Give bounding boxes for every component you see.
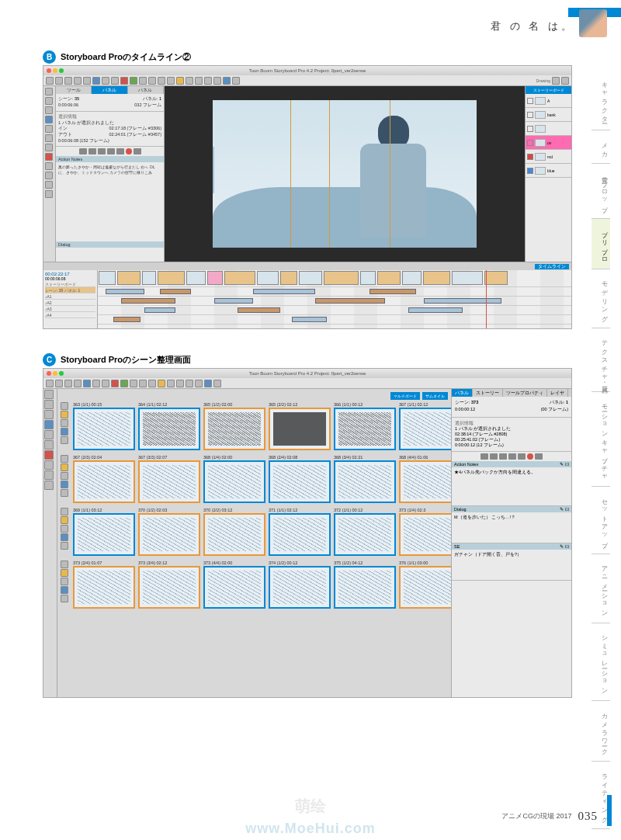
- action-notes[interactable]: 奥の舞ったさやか・周司は遠慮ながら行きだし 右へ OL に、さやか、ミッドタウン…: [56, 162, 164, 241]
- app-window-c: Toon Boom Storyboard Pro 4.2 Project: 0p…: [43, 368, 572, 698]
- storyboard-panel[interactable]: 367 (3/3) 02:07: [138, 455, 200, 503]
- storyboard-panel[interactable]: 370 (1/2) 02:03: [138, 508, 200, 556]
- storyboard-panel[interactable]: 367 (1/1) 02:12: [399, 402, 451, 450]
- dialog-text[interactable]: M（道を歩いた） こっち…!？: [452, 512, 571, 543]
- section-b-badge: B: [43, 50, 56, 64]
- main-toolbar[interactable]: Drawing: [43, 75, 571, 86]
- storyboard-panel[interactable]: 375 (1/2) 04:12: [334, 561, 396, 609]
- storyboard-panel[interactable]: 376 (1/1) 03:00: [399, 561, 451, 609]
- chapter-tab[interactable]: キャラクター: [592, 70, 610, 130]
- storyboard-panel[interactable]: 368 (1/4) 02:00: [203, 455, 265, 503]
- storyboard-panel[interactable]: 368 (4/4) 01:06: [399, 455, 451, 503]
- window-title: Toon Boom Storyboard Pro 4.2 Project: 0p…: [249, 68, 366, 73]
- watermark: www.MoeHui.com: [245, 821, 375, 837]
- chapter-tab[interactable]: セットアップ: [592, 487, 610, 554]
- chapter-tab[interactable]: メカ: [592, 130, 610, 164]
- storyboard-panel[interactable]: 372 (1/1) 00:12: [334, 508, 396, 556]
- titlebar-c: Toon Boom Storyboard Pro 4.2 Project: 0p…: [43, 369, 571, 378]
- traffic-lights[interactable]: [47, 68, 64, 73]
- storyboard-panel[interactable]: 365 (1/2) 02:00: [203, 402, 265, 450]
- action-notes-c[interactable]: ★4パネル先バックか方向を間違える。: [452, 467, 571, 506]
- storyboard-panel[interactable]: 374 (1/2) 00:12: [269, 561, 331, 609]
- tool-palette[interactable]: [43, 86, 56, 262]
- storyboard-panel[interactable]: 373 (1/4) 02:3: [399, 508, 451, 556]
- storyboard-panel[interactable]: 373 (2/4) 01:07: [73, 561, 135, 609]
- storyboard-panel[interactable]: 368 (3/4) 02:21: [334, 455, 396, 503]
- storyboard-panel[interactable]: 373 (4/4) 02:00: [203, 561, 265, 609]
- header-avatar-image: [579, 9, 607, 37]
- storyboard-track: [98, 270, 571, 287]
- chapter-tab[interactable]: カメラワーク: [592, 701, 610, 762]
- storyboard-panel[interactable]: 369 (1/1) 03:12: [73, 508, 135, 556]
- storyboard-panel[interactable]: 366 (1/1) 00:12: [334, 402, 396, 450]
- thumbnail-grid[interactable]: マルチボードサムネイル 363 (1/1) 00:15364 (1/1) 02:…: [57, 389, 451, 697]
- playback-controls-c[interactable]: [452, 452, 571, 461]
- chapter-tab[interactable]: アニメーション: [592, 554, 610, 623]
- chapter-tab[interactable]: テクスチャ・質感: [592, 328, 610, 392]
- layers-panel[interactable]: ストーリーボード A bank ov md blue: [525, 86, 571, 262]
- section-c-title: Storyboard Proのシーン整理画面: [61, 354, 191, 366]
- app-window-b: Toon Boom Storyboard Pro 4.2 Project: 0p…: [43, 65, 572, 329]
- storyboard-panel[interactable]: 368 (2/4) 02:08: [269, 455, 331, 503]
- properties-panel: パネルストーリーツールプロパティレイヤ シーン: 373パネル: 1 0:00:…: [451, 389, 571, 697]
- storyboard-panel[interactable]: 365 (2/2) 02:12: [269, 402, 331, 450]
- storyboard-panel[interactable]: 367 (2/3) 02:04: [73, 455, 135, 503]
- section-b-title: Storyboard Proのタイムライン②: [61, 51, 191, 63]
- chapter-tab[interactable]: シミュレーション: [592, 623, 610, 701]
- dialog-header: Dialog: [56, 241, 164, 248]
- chapter-tabs[interactable]: キャラクターメカ背景・プロッププリプロモデリングテクスチャ・質感モーションキャプ…: [592, 70, 610, 840]
- footer-accent: [607, 795, 612, 826]
- notes-header: Action Notes: [56, 156, 164, 162]
- page-header-title: 君 の 名 は。: [491, 19, 574, 33]
- titlebar: Toon Boom Storyboard Pro 4.2 Project: 0p…: [43, 66, 571, 75]
- storyboard-panel[interactable]: 364 (1/1) 02:12: [138, 402, 200, 450]
- canvas-viewport[interactable]: [165, 86, 525, 262]
- watermark-jp: 萌绘: [295, 796, 326, 817]
- se-text[interactable]: ガチャン（ドア開く音、戸を?）: [452, 550, 571, 581]
- section-c-header: C Storyboard Proのシーン整理画面: [43, 353, 191, 366]
- main-toolbar-c[interactable]: [43, 378, 571, 389]
- playback-controls[interactable]: [56, 147, 164, 156]
- playhead[interactable]: [486, 270, 487, 328]
- timeline-panel[interactable]: タイムライン 00:02:22:17 00:00:06:08 ストーリーボード …: [43, 262, 571, 328]
- traffic-lights-c[interactable]: [47, 371, 64, 376]
- storyboard-panel[interactable]: 363 (1/1) 00:15: [73, 402, 135, 450]
- chapter-tab[interactable]: モデリング: [592, 269, 610, 328]
- right-tabs[interactable]: パネルストーリーツールプロパティレイヤ: [452, 389, 571, 397]
- side-tabs[interactable]: ツールパネルパネル: [56, 86, 164, 94]
- section-b-header: B Storyboard Proのタイムライン②: [43, 50, 191, 64]
- storyboard-panel[interactable]: 370 (2/2) 03:12: [203, 508, 265, 556]
- storyboard-panel[interactable]: 371 (1/1) 02:12: [269, 508, 331, 556]
- side-panel: ツールパネルパネル シーン: 35パネル: 1 0:00:06:06032 フレ…: [56, 86, 165, 262]
- page-number: 035: [578, 810, 598, 823]
- chapter-tab[interactable]: 背景・プロップ: [592, 164, 610, 219]
- chapter-tab[interactable]: エフェクト: [592, 829, 610, 840]
- storyboard-frame: [213, 100, 477, 248]
- section-c-badge: C: [43, 353, 56, 366]
- tool-palette-c[interactable]: [43, 389, 57, 697]
- chapter-tab[interactable]: プリプロ: [592, 219, 610, 269]
- chapter-tab[interactable]: モーションキャプチャ: [592, 392, 610, 487]
- storyboard-panel[interactable]: 373 (3/4) 02:12: [138, 561, 200, 609]
